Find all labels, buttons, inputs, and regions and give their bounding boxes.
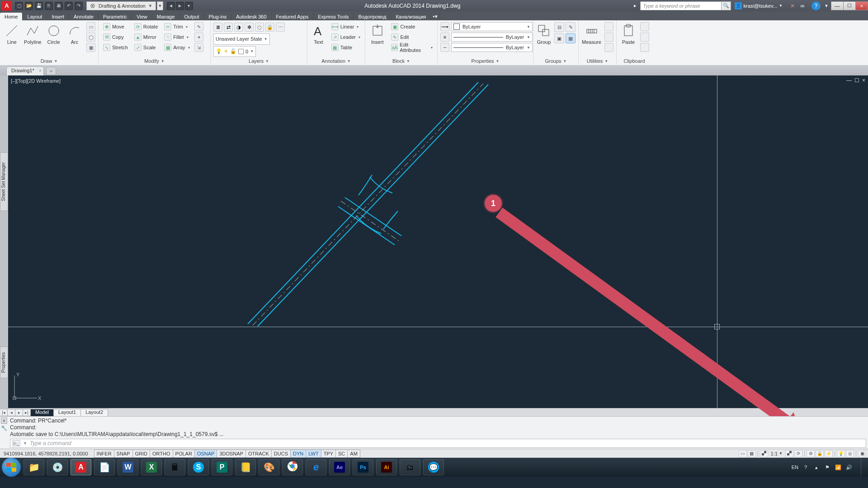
taskbar-app1[interactable]: 🗂 — [400, 459, 420, 475]
status-toggle-lwt[interactable]: LWT — [306, 450, 321, 458]
annotation-visibility-icon[interactable]: 🙾 — [785, 450, 793, 457]
search-button[interactable]: 🔍 — [721, 1, 731, 10]
rotate-button[interactable]: ⟳Rotate — [132, 22, 160, 31]
linetype-icon[interactable]: ┄ — [440, 43, 449, 52]
status-toggle-ducs[interactable]: DUCS — [271, 450, 291, 458]
taskbar-autocad[interactable]: A — [71, 459, 91, 475]
tab-overflow[interactable]: ▪▾ — [431, 12, 440, 20]
qat-undo-icon[interactable]: ↶ — [65, 2, 73, 10]
status-toggle-tpy[interactable]: TPY — [321, 450, 336, 458]
cloud-icon[interactable]: ∞ — [799, 2, 806, 9]
drawing-area[interactable]: Sheet Set Manager Properties [–][Top][2D… — [0, 75, 868, 408]
taskbar-skype[interactable]: S — [188, 459, 209, 475]
window-minimize-button[interactable]: — — [831, 1, 844, 10]
lineweight-icon[interactable]: ≡ — [440, 33, 449, 42]
qat-redo-icon[interactable]: ↷ — [75, 2, 83, 10]
help-button[interactable]: ? — [811, 1, 821, 10]
qat-new-icon[interactable]: ▢ — [15, 2, 23, 10]
layout-nav-next-icon[interactable]: ▸ — [15, 409, 23, 416]
layout-nav-first-icon[interactable]: |◂ — [0, 409, 8, 416]
tab-output[interactable]: Output — [180, 13, 204, 20]
table-button[interactable]: ▦Table — [330, 43, 362, 52]
taskbar-illustrator[interactable]: Ai — [376, 459, 397, 475]
annotation-scale-icon[interactable]: 🙾 — [760, 450, 768, 457]
hardware-accel-icon[interactable]: ⚡ — [825, 450, 833, 457]
taskbar-iomega[interactable]: 💿 — [47, 459, 68, 475]
status-toggle-grid[interactable]: GRID — [132, 450, 151, 458]
tab-featured[interactable]: Featured Apps — [272, 13, 314, 20]
leader-button[interactable]: ↗Leader▾ — [330, 33, 362, 42]
properties-palette-tab[interactable]: Properties — [0, 347, 8, 378]
command-handle-icon[interactable]: 🔧 — [1, 425, 7, 431]
status-toggle-dyn[interactable]: DYN — [290, 450, 306, 458]
erase-icon[interactable]: ✎ — [194, 22, 203, 31]
workspace-switch-icon[interactable]: ⚙ — [807, 450, 815, 457]
status-toggle-infer[interactable]: INFER — [94, 450, 114, 458]
layout-nav-prev-icon[interactable]: ◂ — [7, 409, 15, 416]
help-tray-icon[interactable]: ? — [802, 464, 809, 471]
chevron-down-icon[interactable]: ▼ — [54, 59, 57, 63]
copy-button[interactable]: ⧉Copy — [101, 33, 130, 42]
signin-menu[interactable]: 👤 krasi@tsukev... ▼ — [735, 2, 783, 9]
tab-kanalizacia[interactable]: Канализация — [391, 13, 431, 20]
layer-lock-icon[interactable]: 🔒 — [265, 23, 274, 32]
volume-icon[interactable]: 🔊 — [845, 464, 853, 471]
network-icon[interactable]: 📶 — [835, 464, 842, 471]
tray-lang[interactable]: EN — [792, 465, 798, 470]
chevron-down-icon[interactable]: ▼ — [563, 59, 567, 63]
document-tab-active[interactable]: Drawing1* × — [6, 66, 44, 75]
line-button[interactable]: Line — [3, 22, 21, 45]
rectangle-icon[interactable]: ▭ — [86, 22, 95, 31]
status-toggle-sc[interactable]: SC — [335, 450, 348, 458]
taskbar-photoshop[interactable]: Ps — [353, 459, 373, 475]
chevron-up-icon[interactable]: ▴ — [813, 464, 820, 471]
fillet-button[interactable]: ◝Fillet▾ — [162, 33, 191, 42]
ungroup-icon[interactable]: ⊟ — [554, 22, 564, 32]
block-editattr-button[interactable]: aAEdit Attributes▾ — [389, 43, 434, 52]
layer-match-icon[interactable]: ⇄ — [224, 23, 233, 32]
sheet-set-manager-tab[interactable]: Sheet Set Manager — [0, 152, 8, 211]
explode-icon[interactable]: ✶ — [194, 33, 203, 42]
tab-manage[interactable]: Manage — [152, 13, 180, 20]
status-toggle-snap[interactable]: SNAP — [114, 450, 133, 458]
layer-current-combo[interactable]: 💡 ☀ 🔓 0 ▼ — [213, 46, 256, 57]
start-button[interactable] — [2, 458, 21, 477]
taskbar-notepad[interactable]: 📄 — [94, 459, 115, 475]
status-toggle-3dosnap[interactable]: 3DOSNAP — [217, 450, 246, 458]
taskbar-calc[interactable]: 🖩 — [165, 459, 185, 475]
layout-tab-1[interactable]: Layout1 — [53, 409, 81, 416]
color-combo[interactable]: ByLayer▼ — [451, 22, 533, 31]
group-select-icon[interactable]: ▦ — [566, 33, 576, 43]
status-toggle-otrack[interactable]: OTRACK — [245, 450, 272, 458]
qat-saveas-icon[interactable]: ⎘ — [45, 2, 53, 10]
close-tab-icon[interactable]: × — [39, 68, 42, 73]
chevron-down-icon[interactable]: ▼ — [23, 441, 27, 446]
qat-open-icon[interactable]: 📂 — [25, 2, 33, 10]
annotation-autoscale-icon[interactable]: ⟳ — [794, 450, 802, 457]
object-snap-tracking-icon[interactable]: ◎ — [846, 450, 854, 457]
ellipse-icon[interactable]: ◯ — [86, 33, 95, 42]
taskbar-publisher[interactable]: P — [212, 459, 232, 475]
layer-state-combo[interactable]: Unsaved Layer State ▼ — [213, 33, 270, 45]
status-toggle-polar[interactable]: POLAR — [173, 450, 195, 458]
paste-button[interactable]: Paste — [619, 22, 637, 45]
status-toggle-ortho[interactable]: ORTHO — [150, 450, 173, 458]
tab-plugins[interactable]: Plug-ins — [204, 13, 232, 20]
taskbar-paint[interactable]: 🎨 — [259, 459, 279, 475]
mirror-button[interactable]: ▲Mirror — [132, 33, 160, 42]
layer-freeze-icon[interactable]: ✼ — [245, 23, 254, 32]
layer-more-icon[interactable]: ⋯ — [276, 23, 285, 32]
tab-vodoprovod[interactable]: Водопровод — [354, 13, 391, 20]
taskbar-sticky[interactable]: 📒 — [235, 459, 256, 475]
layer-iso-icon[interactable]: ◑ — [234, 23, 243, 32]
window-maximize-button[interactable]: ☐ — [843, 1, 856, 10]
taskbar-excel[interactable]: X — [141, 459, 162, 475]
polyline-button[interactable]: Polyline — [24, 22, 42, 45]
window-close-button[interactable]: × — [855, 1, 868, 10]
quick-calc-icon[interactable] — [604, 33, 613, 42]
chevron-down-icon[interactable]: ▼ — [265, 59, 269, 63]
isolate-objects-icon[interactable]: 💡 — [837, 450, 845, 457]
model-space-button[interactable]: ▭ — [739, 450, 747, 457]
qat-customize-dropdown[interactable]: ▼ — [157, 1, 163, 10]
hatch-icon[interactable]: ▦ — [86, 43, 95, 52]
